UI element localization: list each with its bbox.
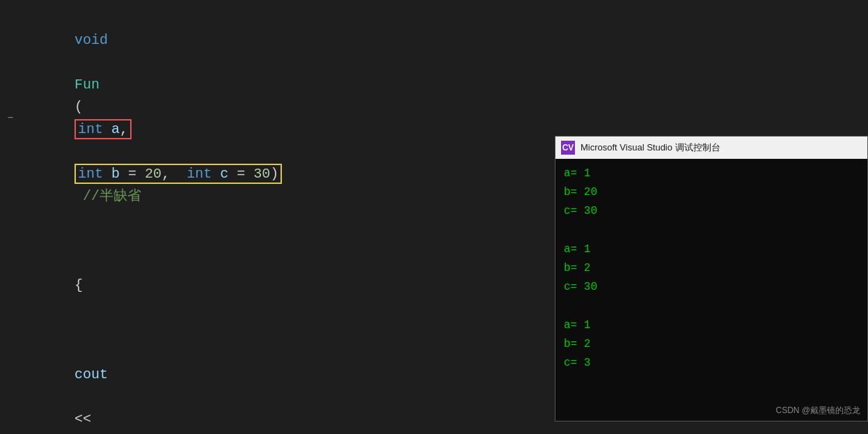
console-title: Microsoft Visual Studio 调试控制台 [581,141,720,154]
param-b: b [111,166,120,182]
output-line-2: b= 20 [564,183,859,202]
output-line-9: c= 3 [564,354,859,373]
number-20: 20 [145,166,161,182]
output-line-8: b= 2 [564,335,859,354]
console-output: a= 1 b= 20 c= 30 a= 1 b= 2 c= 30 a= 1 b=… [555,159,867,378]
output-line-3: c= 30 [564,202,859,221]
keyword-void: void [74,32,108,48]
comment-1: //半缺省 [74,188,141,204]
code-editor: – void Fun ( int a, int b = 20, int c = … [0,0,529,434]
console-panel: CV Microsoft Visual Studio 调试控制台 a= 1 b=… [555,136,868,421]
param-a: a [111,121,120,137]
output-line-1: a= 1 [564,164,859,183]
number-30: 30 [253,166,270,182]
param-c: c [220,166,228,182]
code-line-2: { [0,230,529,319]
code-line-3: cout << "a= " << a << endl ; [0,319,529,434]
output-line-5: b= 2 [564,259,859,278]
line-content-1: void Fun ( int a, int b = 20, int c = 30… [21,7,522,230]
line-content-2: { [21,230,522,319]
output-line-blank-2 [564,297,859,316]
keyword-int-a: int [78,121,103,137]
output-line-7: a= 1 [564,316,859,335]
gutter-1: – [0,109,21,127]
console-footer: CSDN @戴墨镜的恐龙 [775,405,860,417]
line-content-3: cout << "a= " << a << endl ; [21,319,522,434]
output-line-6: c= 30 [564,278,859,297]
output-line-4: a= 1 [564,240,859,259]
collapse-icon-1: – [7,109,14,127]
space [74,54,83,70]
keyword-int-b: int [78,166,103,182]
function-name: Fun [74,77,100,93]
highlight-yellow-params: int b = 20, int c = 30) [74,164,282,184]
cout-1: cout [74,366,108,382]
open-paren: ( [74,99,83,115]
highlight-red-param: int a, [74,119,132,139]
console-titlebar: CV Microsoft Visual Studio 调试控制台 [555,137,867,159]
code-line-1: – void Fun ( int a, int b = 20, int c = … [0,7,529,230]
open-brace-1: { [74,277,83,293]
console-app-icon: CV [561,141,575,155]
output-line-blank-1 [564,222,859,240]
keyword-int-c: int [187,166,212,182]
